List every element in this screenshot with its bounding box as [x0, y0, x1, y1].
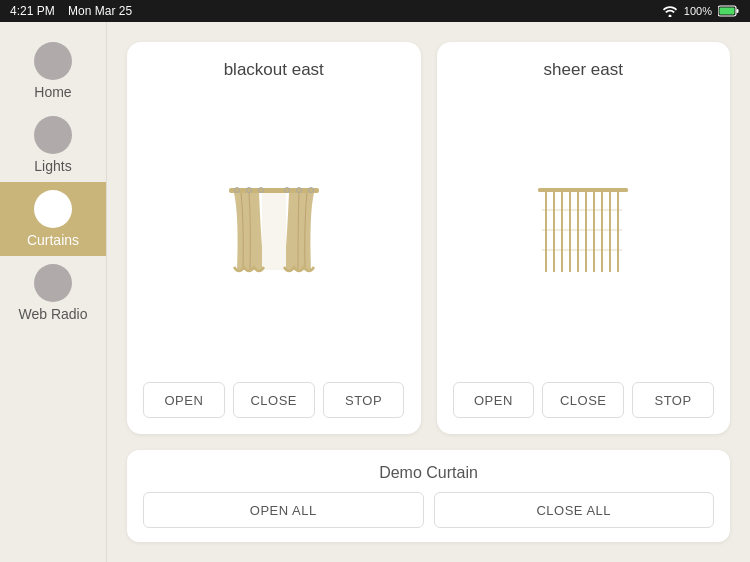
status-bar: 4:21 PM Mon Mar 25 100%: [0, 0, 750, 22]
blackout-east-close-button[interactable]: CLOSE: [233, 382, 315, 418]
sheer-east-stop-button[interactable]: STOP: [632, 382, 714, 418]
sheer-curtain-svg: [528, 180, 638, 280]
sheer-east-card: sheer east: [437, 42, 731, 434]
sidebar-item-home[interactable]: Home: [0, 34, 106, 108]
sidebar-item-curtains[interactable]: Curtains: [0, 182, 106, 256]
blackout-east-open-button[interactable]: OPEN: [143, 382, 225, 418]
battery-percent: 100%: [684, 5, 712, 17]
cards-row: blackout east: [127, 42, 730, 434]
sheer-east-close-button[interactable]: CLOSE: [542, 382, 624, 418]
curtains-icon: [34, 190, 72, 228]
status-time: 4:21 PM: [10, 4, 55, 18]
blackout-east-stop-button[interactable]: STOP: [323, 382, 405, 418]
wifi-icon: [662, 5, 678, 17]
status-date: Mon Mar 25: [68, 4, 132, 18]
status-time-date: 4:21 PM Mon Mar 25: [10, 4, 132, 18]
blackout-east-buttons: OPEN CLOSE STOP: [143, 382, 405, 418]
sheer-east-visual: [453, 94, 715, 366]
sidebar-label-lights: Lights: [34, 158, 71, 174]
svg-rect-3: [229, 188, 319, 193]
sheer-east-title: sheer east: [544, 60, 623, 80]
svg-rect-1: [720, 8, 735, 15]
svg-rect-2: [737, 9, 739, 13]
blackout-east-title: blackout east: [224, 60, 324, 80]
svg-rect-4: [262, 193, 286, 270]
sidebar-item-webradio[interactable]: Web Radio: [0, 256, 106, 330]
blackout-curtain-svg: [219, 180, 329, 280]
sidebar-label-curtains: Curtains: [27, 232, 79, 248]
home-icon: [34, 42, 72, 80]
main-content: blackout east: [107, 22, 750, 562]
blackout-east-visual: [143, 94, 405, 366]
sheer-east-buttons: OPEN CLOSE STOP: [453, 382, 715, 418]
demo-buttons: OPEN ALL CLOSE ALL: [143, 492, 714, 528]
status-indicators: 100%: [662, 5, 740, 17]
app-container: Home Lights Curtains Web Radio blackout …: [0, 22, 750, 562]
demo-curtain-bar: Demo Curtain OPEN ALL CLOSE ALL: [127, 450, 730, 542]
sheer-east-open-button[interactable]: OPEN: [453, 382, 535, 418]
webradio-icon: [34, 264, 72, 302]
sidebar: Home Lights Curtains Web Radio: [0, 22, 107, 562]
demo-open-all-button[interactable]: OPEN ALL: [143, 492, 424, 528]
sidebar-label-home: Home: [34, 84, 71, 100]
battery-icon: [718, 5, 740, 17]
demo-close-all-button[interactable]: CLOSE ALL: [434, 492, 715, 528]
sidebar-item-lights[interactable]: Lights: [0, 108, 106, 182]
sidebar-label-webradio: Web Radio: [18, 306, 87, 322]
lights-icon: [34, 116, 72, 154]
svg-rect-11: [538, 188, 628, 192]
demo-curtain-title: Demo Curtain: [143, 464, 714, 482]
blackout-east-card: blackout east: [127, 42, 421, 434]
